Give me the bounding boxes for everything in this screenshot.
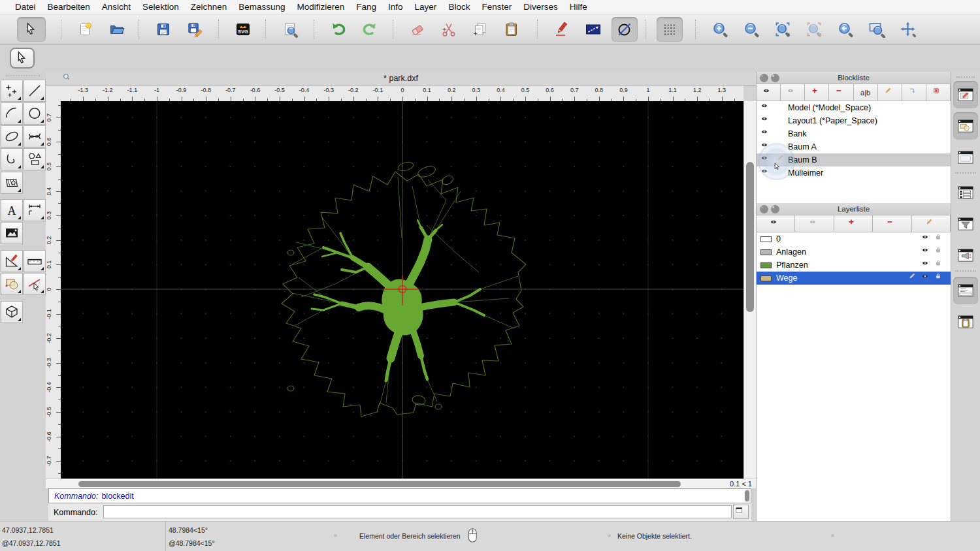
menu-item-block[interactable]: Block <box>442 0 476 14</box>
remove-layer-button[interactable] <box>873 215 911 232</box>
cut-button[interactable] <box>436 17 462 42</box>
block-row[interactable]: Bank <box>757 127 951 140</box>
command-history-scrollbar[interactable] <box>744 490 750 502</box>
layer-row[interactable]: 0 <box>757 232 951 245</box>
layer-lock-icon[interactable] <box>935 273 945 283</box>
close-icon[interactable] <box>760 205 768 213</box>
hatch-tool-button[interactable] <box>1 172 23 194</box>
menu-item-fang[interactable]: Fang <box>350 0 382 14</box>
block-visibility-toggle[interactable] <box>757 129 776 139</box>
command-history-scroll-thumb[interactable] <box>745 490 749 501</box>
layer-color-swatch[interactable] <box>760 236 772 242</box>
layer-color-swatch[interactable] <box>760 276 772 281</box>
print-preview-button[interactable] <box>277 17 303 42</box>
show-all-blocks-button[interactable] <box>757 84 781 101</box>
document-tabbar[interactable]: * park.dxf <box>46 72 756 86</box>
hide-all-blocks-button[interactable] <box>781 84 805 101</box>
menu-item-selektion[interactable]: Selektion <box>137 0 185 14</box>
layer-row[interactable]: Anlagen <box>757 245 951 259</box>
restrict-off-button[interactable] <box>612 17 638 42</box>
add-layer-button[interactable] <box>834 215 873 232</box>
hide-all-layers-button[interactable] <box>795 215 834 232</box>
solid-tool-button[interactable] <box>1 301 23 323</box>
float-icon[interactable] <box>771 74 779 82</box>
open-file-button[interactable] <box>104 17 130 42</box>
menu-item-modifizieren[interactable]: Modifizieren <box>291 0 351 14</box>
layer-visibility-icon[interactable] <box>922 260 932 270</box>
layer-lock-icon[interactable] <box>935 234 945 244</box>
h-scroll-thumb[interactable] <box>78 481 681 487</box>
menu-item-zeichnen[interactable]: Zeichnen <box>185 0 233 14</box>
block-visibility-toggle[interactable] <box>757 102 776 113</box>
drawing-canvas[interactable] <box>61 101 743 479</box>
measure-distance-button[interactable] <box>580 17 606 42</box>
text-tool-button[interactable]: A <box>1 199 23 221</box>
layer-row[interactable]: Pflanzen <box>757 259 951 272</box>
zoom-out-button[interactable] <box>738 17 764 42</box>
remove-block-button[interactable] <box>829 84 853 101</box>
dock-property-editor-button[interactable] <box>953 81 978 108</box>
dimension-tool-button[interactable] <box>24 199 46 221</box>
menu-item-diverses[interactable]: Diverses <box>517 0 564 14</box>
layer-lock-icon[interactable] <box>935 260 945 270</box>
polyline-tool-button[interactable] <box>1 148 23 170</box>
erase-button[interactable] <box>404 17 431 42</box>
select-tool-button[interactable] <box>17 17 46 42</box>
paste-button[interactable] <box>498 17 525 42</box>
layer-visibility-icon[interactable] <box>922 273 932 283</box>
rename-block-button[interactable]: a|b <box>854 84 878 101</box>
layer-lock-icon[interactable] <box>935 247 945 257</box>
layer-visibility-icon[interactable] <box>922 234 932 244</box>
image-tool-button[interactable] <box>1 222 23 244</box>
edit-block-button[interactable] <box>878 84 902 101</box>
undo-button[interactable] <box>325 17 351 42</box>
ellipse-tool-button[interactable] <box>1 125 23 148</box>
menu-item-hilfe[interactable]: Hilfe <box>564 0 593 14</box>
zoom-in-button[interactable] <box>707 17 733 42</box>
redo-button[interactable] <box>357 17 383 42</box>
command-options-button[interactable] <box>733 505 749 519</box>
add-block-button[interactable] <box>805 84 829 101</box>
pan-button[interactable] <box>895 17 921 42</box>
line-tool-button[interactable] <box>24 80 46 102</box>
menu-item-bemassung[interactable]: Bemassung <box>233 0 291 14</box>
trim-tool-button[interactable] <box>24 273 46 295</box>
circle-tool-button[interactable] <box>24 102 46 125</box>
layer-color-swatch[interactable] <box>760 249 772 255</box>
edit-freehand-button[interactable] <box>549 17 575 42</box>
layer-color-swatch[interactable] <box>760 262 772 268</box>
layer-row[interactable]: Wege <box>757 272 951 285</box>
block-row[interactable]: Layout1 (*Paper_Space) <box>757 114 951 127</box>
shape-tool-button[interactable] <box>24 148 46 170</box>
selection-tool-button[interactable] <box>10 48 35 69</box>
dock-command-line-button[interactable] <box>953 277 978 304</box>
command-input[interactable] <box>103 505 732 518</box>
dock-commands-button[interactable] <box>953 242 978 269</box>
block-tool-button[interactable] <box>1 273 23 295</box>
zoom-previous-button[interactable] <box>832 17 858 42</box>
block-visibility-toggle[interactable] <box>757 116 776 126</box>
grid-toggle-button[interactable] <box>657 17 683 42</box>
menu-item-datei[interactable]: Datei <box>9 0 42 14</box>
edit-layer-button[interactable] <box>912 215 951 232</box>
v-scroll-thumb[interactable] <box>746 162 754 312</box>
dock-clipboard-button[interactable] <box>953 308 978 336</box>
show-all-layers-button[interactable] <box>757 215 795 232</box>
modify-tool-button[interactable] <box>1 250 23 272</box>
new-file-button[interactable] <box>73 17 99 42</box>
menu-item-info[interactable]: Info <box>382 0 409 14</box>
auto-zoom-button[interactable] <box>770 17 796 42</box>
save-button[interactable] <box>150 17 176 42</box>
canvas-horizontal-scrollbar[interactable]: 0.1 < 1 <box>46 479 756 488</box>
dock-library-browser-button[interactable] <box>953 144 978 171</box>
menu-item-ansicht[interactable]: Ansicht <box>96 0 137 14</box>
menu-item-layer[interactable]: Layer <box>409 0 443 14</box>
float-icon[interactable] <box>771 205 779 213</box>
close-icon[interactable] <box>760 74 768 82</box>
measure-tool-button[interactable] <box>24 250 46 272</box>
save-as-button[interactable] <box>182 17 208 42</box>
point-tool-button[interactable] <box>1 80 23 102</box>
block-row[interactable]: Model (*Model_Space) <box>757 101 951 114</box>
dock-layer-list-button[interactable] <box>953 179 978 206</box>
layer-visibility-icon[interactable] <box>922 247 932 257</box>
